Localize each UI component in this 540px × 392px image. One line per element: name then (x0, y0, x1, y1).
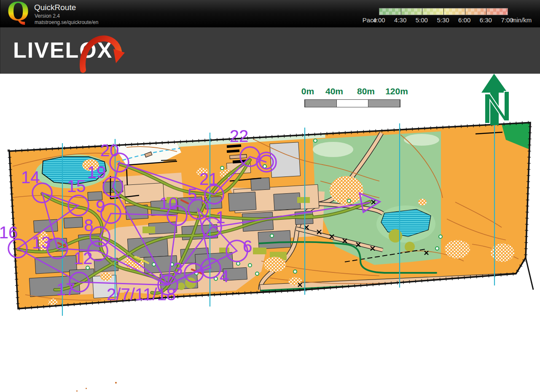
scale-strip (304, 99, 400, 107)
pace-tickmark (422, 8, 422, 15)
control-number-16: 16 (0, 224, 18, 241)
pace-tick-label: 6:00 (458, 16, 470, 24)
control-number-4: 4 (220, 268, 229, 285)
pace-tick-label: 5:30 (437, 16, 449, 24)
control-number-22: 22 (230, 128, 249, 144)
control-number-9: 9 (96, 198, 105, 215)
control-number-8: 8 (84, 217, 93, 234)
control-number-6: 6 (243, 238, 252, 255)
app-header: Q QuickRoute Version 2.4 matstroeng.se/q… (0, 0, 540, 27)
livelox-banner[interactable]: LIVELOX (0, 27, 540, 74)
livelox-arrow-icon (77, 29, 128, 74)
pace-tick-label: 4:30 (394, 16, 406, 24)
control-number-20: 20 (100, 142, 119, 159)
control-number-14: 14 (21, 169, 40, 186)
control-number-19: 19 (87, 164, 106, 181)
pace-tickmark (401, 8, 401, 15)
app-title: QuickRoute (34, 3, 76, 12)
control-number-2-7-11-18: 2/7/11/18 (107, 286, 176, 303)
scale-label: 40m (325, 86, 343, 96)
pace-tickmark (443, 8, 444, 15)
control-number-1: 1 (216, 209, 225, 226)
pace-tickmark (465, 8, 465, 15)
pace-tick-label: 4:00 (373, 16, 385, 24)
north-arrow-icon (481, 74, 509, 125)
app-url[interactable]: matstroeng.se/quickroute/en (35, 19, 98, 25)
quickroute-logo-icon: Q (7, 0, 29, 25)
scale-segment (337, 100, 368, 107)
scale-label: 120m (385, 86, 408, 96)
scale-segment (368, 100, 400, 107)
control-number-5: 5 (188, 186, 197, 203)
quickroute-window: Q QuickRoute Version 2.4 matstroeng.se/q… (0, 0, 540, 392)
map-canvas[interactable]: 0m40m80m120m 222019141521510918161361234… (0, 74, 540, 392)
app-version: Version 2.4 (35, 13, 60, 19)
control-number-15: 15 (67, 178, 86, 195)
control-number-3: 3 (173, 260, 183, 277)
pace-unit-label: min/km (511, 16, 532, 24)
scale-segment (305, 100, 337, 107)
pace-tick-labels: 4:004:305:005:306:006:307:00 (379, 16, 508, 23)
pace-gradient-bar (379, 8, 508, 15)
map-speck (86, 388, 87, 389)
control-number-21: 21 (199, 171, 218, 187)
pace-tick-label: 6:30 (480, 16, 492, 24)
scale-label: 80m (357, 86, 375, 96)
control-number-10: 10 (159, 195, 178, 212)
scale-label: 0m (301, 86, 314, 96)
orienteering-map (0, 74, 540, 392)
map-speck (76, 390, 78, 392)
control-number-12: 12 (74, 250, 93, 267)
pace-tick-label: 5:00 (416, 16, 428, 24)
control-number-13: 13 (32, 234, 51, 251)
control-number-17: 17 (56, 281, 75, 298)
map-scale-bar: 0m40m80m120m (304, 85, 400, 112)
map-speck (115, 382, 117, 384)
pace-tickmark (486, 8, 486, 15)
